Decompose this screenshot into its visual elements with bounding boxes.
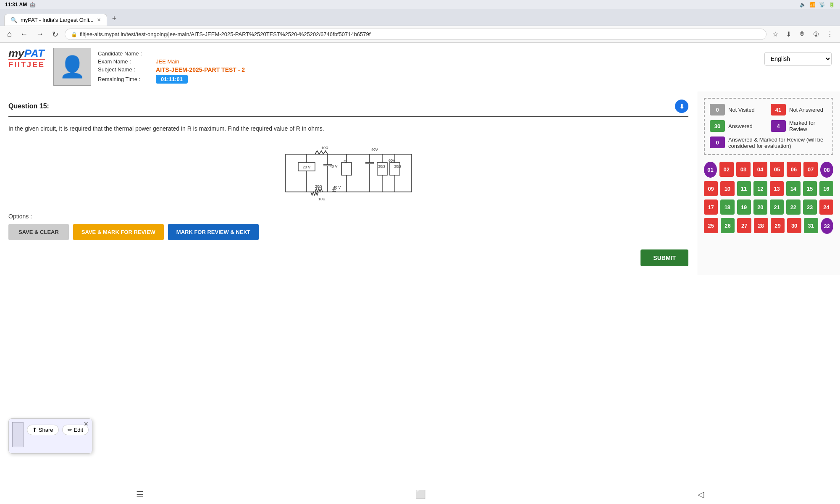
question-number-06[interactable]: 06 [787, 162, 801, 177]
overlay-actions: ⬆ Share ✏ Edit [27, 425, 89, 435]
question-number-22[interactable]: 22 [786, 200, 800, 215]
home-button[interactable]: ⌂ [5, 29, 14, 39]
question-number-12[interactable]: 12 [753, 181, 767, 196]
lock-icon: 🔒 [71, 32, 77, 37]
refresh-button[interactable]: ↻ [50, 29, 60, 40]
floating-overlay: ✕ ⬆ Share ✏ Edit [8, 418, 92, 454]
question-number-31[interactable]: 31 [804, 218, 818, 233]
svg-text:40V: 40V [371, 147, 378, 152]
question-number-02[interactable]: 02 [719, 162, 734, 177]
share-label: Share [39, 427, 53, 433]
question-number-20[interactable]: 20 [753, 200, 767, 215]
save-clear-button[interactable]: SAVE & CLEAR [8, 224, 69, 240]
action-buttons-row1: SAVE & CLEAR SAVE & MARK FOR REVIEW MARK… [8, 224, 688, 240]
active-tab[interactable]: 🔍 myPAT - India's Largest Onli... ✕ [4, 14, 107, 26]
question-number-24[interactable]: 24 [819, 200, 833, 215]
share-icon: ⬆ [32, 427, 37, 433]
question-text: In the given circuit, it is required tha… [8, 124, 688, 133]
tab-count-button[interactable]: ① [811, 29, 821, 40]
app-header: myPAT FIITJEE 👤 Candidate Name : Exam Na… [0, 43, 840, 91]
url-bar[interactable]: 🔒 fiitjee-aits.mypat.in/test/test-ongoin… [65, 29, 766, 40]
legend-not-visited: 0 Not Visited [710, 104, 766, 116]
share-button[interactable]: ⬆ Share [27, 425, 59, 435]
candidate-name-row: Candidate Name : [98, 50, 245, 57]
question-number-15[interactable]: 15 [803, 181, 817, 196]
question-number-23[interactable]: 23 [803, 200, 817, 215]
question-grid: 0102030405060708091011121314151617181920… [704, 162, 833, 234]
address-bar: ⌂ ← → ↻ 🔒 fiitjee-aits.mypat.in/test/tes… [0, 26, 840, 42]
overlay-thumbnail [12, 422, 24, 447]
question-number-27[interactable]: 27 [737, 218, 751, 233]
mark-review-next-button[interactable]: MARK FOR REVIEW & NEXT [168, 224, 259, 240]
question-number-04[interactable]: 04 [753, 162, 767, 177]
question-number-16[interactable]: 16 [819, 181, 833, 196]
candidate-info: 👤 Candidate Name : Exam Name : JEE Main … [53, 48, 764, 86]
question-number-07[interactable]: 07 [803, 162, 818, 177]
question-number-13[interactable]: 13 [770, 181, 784, 196]
question-number-05[interactable]: 05 [770, 162, 784, 177]
avatar: 👤 [53, 48, 91, 86]
edit-label: Edit [74, 427, 83, 433]
subject-name-label: Subject Name : [98, 66, 152, 73]
mic-button[interactable]: 🎙 [797, 29, 807, 40]
question-number-01[interactable]: 01 [704, 162, 717, 178]
not-answered-label: Not Answered [789, 107, 823, 113]
browser-chrome: 11:31 AM 🤖 🔈 📶 📡 🔋 🔍 myPAT - India's Lar… [0, 0, 840, 43]
legend-answered: 30 Answered [710, 120, 766, 132]
question-number-09[interactable]: 09 [704, 181, 718, 196]
forward-button[interactable]: → [34, 29, 46, 39]
person-icon: 👤 [59, 55, 85, 79]
back-button[interactable]: ← [18, 29, 30, 39]
grid-row: 0102030405060708 [704, 162, 833, 178]
submit-button[interactable]: SUBMIT [640, 249, 688, 266]
question-number-28[interactable]: 28 [754, 218, 768, 233]
main-content: Question 15: ⬇ In the given circuit, it … [0, 91, 840, 275]
question-number-11[interactable]: 11 [737, 181, 751, 196]
question-number-19[interactable]: 19 [737, 200, 751, 215]
download-button[interactable]: ⬇ [784, 29, 793, 40]
app-container: myPAT FIITJEE 👤 Candidate Name : Exam Na… [0, 43, 840, 488]
svg-text:10Ω: 10Ω [318, 197, 326, 201]
svg-text:10Ω: 10Ω [321, 146, 328, 150]
exam-name-row: Exam Name : JEE Main [98, 58, 245, 65]
question-number-03[interactable]: 03 [736, 162, 751, 177]
remaining-time-row: Remaining Time : 01:11:01 [98, 75, 245, 84]
question-number-21[interactable]: 21 [770, 200, 784, 215]
question-number-14[interactable]: 14 [786, 181, 800, 196]
overlay-close-button[interactable]: ✕ [84, 420, 89, 427]
wifi-icon: 📶 [809, 2, 816, 8]
new-tab-button[interactable]: + [108, 12, 121, 26]
bookmark-button[interactable]: ☆ [771, 29, 780, 40]
answered-marked-label: Answered & Marked for Review (will be co… [728, 136, 827, 149]
logo-pat: PAT [24, 47, 45, 60]
save-mark-review-button[interactable]: SAVE & MARK FOR REVIEW [73, 224, 164, 240]
language-selector-wrapper[interactable]: English Hindi [764, 48, 832, 66]
question-panel: Question 15: ⬇ In the given circuit, it … [0, 91, 697, 275]
question-number-18[interactable]: 18 [720, 200, 734, 215]
question-number-10[interactable]: 10 [720, 181, 734, 196]
download-button[interactable]: ⬇ [675, 100, 688, 113]
question-number-25[interactable]: 25 [704, 218, 718, 233]
tab-close-button[interactable]: ✕ [97, 17, 101, 23]
question-number-17[interactable]: 17 [704, 200, 718, 215]
info-fields: Candidate Name : Exam Name : JEE Main Su… [98, 50, 245, 84]
language-select[interactable]: English Hindi [764, 52, 832, 66]
logo: myPAT FIITJEE [8, 48, 45, 69]
question-number-08[interactable]: 08 [820, 162, 833, 178]
marked-label: Marked for Review [789, 120, 827, 132]
menu-button[interactable]: ⋮ [825, 29, 835, 40]
svg-text:R: R [344, 160, 346, 164]
grid-row: 1718192021222324 [704, 200, 833, 215]
status-icons: 🔈 📶 📡 🔋 [800, 2, 835, 8]
question-number-29[interactable]: 29 [771, 218, 785, 233]
logo-fiitjee: FIITJEE [8, 59, 45, 69]
bottom-nav-bar: ☰ ⬜ ◁ [0, 484, 840, 488]
submit-row: SUBMIT [8, 245, 688, 266]
logo-my: my [8, 47, 24, 60]
exam-name-value: JEE Main [156, 58, 179, 65]
question-number-30[interactable]: 30 [787, 218, 801, 233]
question-number-26[interactable]: 26 [721, 218, 735, 233]
exam-name-label: Exam Name : [98, 58, 152, 65]
question-number-32[interactable]: 32 [821, 218, 833, 234]
browser-tabs: 🔍 myPAT - India's Largest Onli... ✕ + [0, 9, 840, 26]
